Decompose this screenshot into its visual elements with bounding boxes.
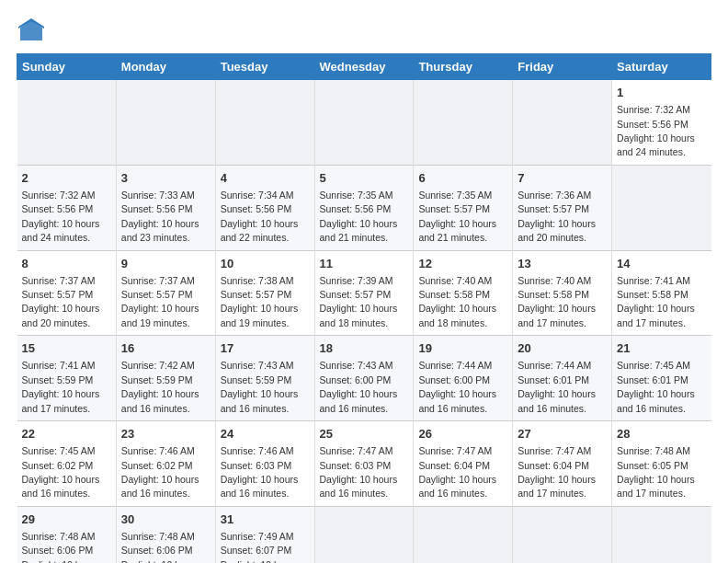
day-number: 1 xyxy=(617,85,706,101)
day-cell: 15Sunrise: 7:41 AM Sunset: 5:59 PM Dayli… xyxy=(17,336,117,421)
header-cell-wednesday: Wednesday xyxy=(314,54,414,80)
day-cell: 8Sunrise: 7:37 AM Sunset: 5:57 PM Daylig… xyxy=(17,250,117,336)
day-cell: 2Sunrise: 7:32 AM Sunset: 5:56 PM Daylig… xyxy=(17,165,117,250)
day-cell: 18Sunrise: 7:43 AM Sunset: 6:00 PM Dayli… xyxy=(314,336,414,421)
day-info: Sunrise: 7:35 AM Sunset: 5:56 PM Dayligh… xyxy=(320,190,398,243)
day-number: 24 xyxy=(221,426,310,442)
week-row-0: 1Sunrise: 7:32 AM Sunset: 5:56 PM Daylig… xyxy=(17,80,711,166)
day-info: Sunrise: 7:45 AM Sunset: 6:02 PM Dayligh… xyxy=(22,445,100,499)
day-info: Sunrise: 7:32 AM Sunset: 5:56 PM Dayligh… xyxy=(22,190,100,243)
day-cell: 26Sunrise: 7:47 AM Sunset: 6:04 PM Dayli… xyxy=(414,421,513,507)
day-info: Sunrise: 7:42 AM Sunset: 5:59 PM Dayligh… xyxy=(121,360,199,413)
day-cell: 29Sunrise: 7:48 AM Sunset: 6:06 PM Dayli… xyxy=(17,506,117,563)
day-cell xyxy=(414,506,513,563)
day-cell: 10Sunrise: 7:38 AM Sunset: 5:57 PM Dayli… xyxy=(215,250,314,336)
day-number: 26 xyxy=(418,426,507,442)
day-info: Sunrise: 7:47 AM Sunset: 6:04 PM Dayligh… xyxy=(518,445,596,499)
day-info: Sunrise: 7:41 AM Sunset: 5:59 PM Dayligh… xyxy=(22,360,100,413)
day-cell: 19Sunrise: 7:44 AM Sunset: 6:00 PM Dayli… xyxy=(414,336,513,421)
day-cell xyxy=(612,165,711,250)
day-number: 23 xyxy=(121,426,210,442)
day-info: Sunrise: 7:48 AM Sunset: 6:05 PM Dayligh… xyxy=(617,445,695,499)
day-info: Sunrise: 7:33 AM Sunset: 5:56 PM Dayligh… xyxy=(121,190,199,243)
day-cell: 23Sunrise: 7:46 AM Sunset: 6:02 PM Dayli… xyxy=(116,421,215,507)
day-number: 5 xyxy=(320,170,409,187)
day-number: 28 xyxy=(617,426,706,442)
day-number: 6 xyxy=(418,170,507,187)
header-cell-sunday: Sunday xyxy=(17,54,117,80)
day-cell: 4Sunrise: 7:34 AM Sunset: 5:56 PM Daylig… xyxy=(215,165,314,250)
day-cell: 9Sunrise: 7:37 AM Sunset: 5:57 PM Daylig… xyxy=(116,250,215,336)
day-cell: 17Sunrise: 7:43 AM Sunset: 5:59 PM Dayli… xyxy=(215,336,314,421)
day-info: Sunrise: 7:48 AM Sunset: 6:06 PM Dayligh… xyxy=(22,531,100,563)
header xyxy=(17,17,711,46)
day-number: 15 xyxy=(22,340,111,357)
day-info: Sunrise: 7:35 AM Sunset: 5:57 PM Dayligh… xyxy=(418,190,496,243)
day-cell xyxy=(414,80,513,166)
day-number: 3 xyxy=(121,170,210,187)
day-cell xyxy=(215,80,314,166)
day-cell: 6Sunrise: 7:35 AM Sunset: 5:57 PM Daylig… xyxy=(414,165,513,250)
day-cell xyxy=(513,506,612,563)
day-info: Sunrise: 7:43 AM Sunset: 5:59 PM Dayligh… xyxy=(221,360,299,413)
day-number: 8 xyxy=(22,256,111,272)
day-cell: 5Sunrise: 7:35 AM Sunset: 5:56 PM Daylig… xyxy=(314,165,414,250)
week-row-4: 22Sunrise: 7:45 AM Sunset: 6:02 PM Dayli… xyxy=(17,421,711,507)
day-number: 16 xyxy=(121,340,210,357)
day-info: Sunrise: 7:47 AM Sunset: 6:03 PM Dayligh… xyxy=(320,445,398,499)
header-cell-thursday: Thursday xyxy=(414,54,513,80)
day-number: 27 xyxy=(518,426,607,442)
day-cell: 7Sunrise: 7:36 AM Sunset: 5:57 PM Daylig… xyxy=(513,165,612,250)
day-info: Sunrise: 7:34 AM Sunset: 5:56 PM Dayligh… xyxy=(221,190,299,243)
day-cell: 13Sunrise: 7:40 AM Sunset: 5:58 PM Dayli… xyxy=(513,250,612,336)
day-number: 11 xyxy=(320,256,409,272)
logo xyxy=(17,17,50,46)
day-cell xyxy=(17,80,117,166)
day-cell xyxy=(116,80,215,166)
day-info: Sunrise: 7:40 AM Sunset: 5:58 PM Dayligh… xyxy=(518,275,596,328)
day-info: Sunrise: 7:46 AM Sunset: 6:03 PM Dayligh… xyxy=(221,445,299,499)
svg-marker-0 xyxy=(20,20,42,40)
day-number: 30 xyxy=(121,511,210,528)
day-cell: 24Sunrise: 7:46 AM Sunset: 6:03 PM Dayli… xyxy=(215,421,314,507)
day-info: Sunrise: 7:48 AM Sunset: 6:06 PM Dayligh… xyxy=(121,531,199,563)
week-row-1: 2Sunrise: 7:32 AM Sunset: 5:56 PM Daylig… xyxy=(17,165,711,250)
day-number: 18 xyxy=(320,340,409,357)
day-cell: 25Sunrise: 7:47 AM Sunset: 6:03 PM Dayli… xyxy=(314,421,414,507)
day-cell xyxy=(314,506,414,563)
day-number: 20 xyxy=(518,340,607,357)
day-number: 29 xyxy=(22,511,111,528)
day-number: 19 xyxy=(418,340,507,357)
day-info: Sunrise: 7:39 AM Sunset: 5:57 PM Dayligh… xyxy=(320,275,398,328)
day-number: 12 xyxy=(418,256,507,272)
header-cell-friday: Friday xyxy=(513,54,612,80)
day-number: 14 xyxy=(617,256,706,272)
day-info: Sunrise: 7:37 AM Sunset: 5:57 PM Dayligh… xyxy=(121,275,199,328)
day-cell: 20Sunrise: 7:44 AM Sunset: 6:01 PM Dayli… xyxy=(513,336,612,421)
day-info: Sunrise: 7:47 AM Sunset: 6:04 PM Dayligh… xyxy=(418,445,496,499)
day-cell xyxy=(513,80,612,166)
day-info: Sunrise: 7:40 AM Sunset: 5:58 PM Dayligh… xyxy=(418,275,496,328)
day-number: 9 xyxy=(121,256,210,272)
day-number: 17 xyxy=(221,340,310,357)
day-info: Sunrise: 7:38 AM Sunset: 5:57 PM Dayligh… xyxy=(221,275,299,328)
day-info: Sunrise: 7:44 AM Sunset: 6:00 PM Dayligh… xyxy=(418,360,496,413)
day-number: 7 xyxy=(518,170,607,187)
week-row-3: 15Sunrise: 7:41 AM Sunset: 5:59 PM Dayli… xyxy=(17,336,711,421)
day-number: 4 xyxy=(221,170,310,187)
day-cell xyxy=(314,80,414,166)
day-cell: 12Sunrise: 7:40 AM Sunset: 5:58 PM Dayli… xyxy=(414,250,513,336)
day-info: Sunrise: 7:37 AM Sunset: 5:57 PM Dayligh… xyxy=(22,275,100,328)
header-row: SundayMondayTuesdayWednesdayThursdayFrid… xyxy=(17,54,711,80)
day-cell xyxy=(612,506,711,563)
day-number: 10 xyxy=(221,256,310,272)
header-cell-saturday: Saturday xyxy=(612,54,711,80)
day-cell: 1Sunrise: 7:32 AM Sunset: 5:56 PM Daylig… xyxy=(612,80,711,166)
day-cell: 3Sunrise: 7:33 AM Sunset: 5:56 PM Daylig… xyxy=(116,165,215,250)
day-info: Sunrise: 7:32 AM Sunset: 5:56 PM Dayligh… xyxy=(617,104,695,157)
header-cell-tuesday: Tuesday xyxy=(215,54,314,80)
day-number: 22 xyxy=(22,426,111,442)
day-info: Sunrise: 7:36 AM Sunset: 5:57 PM Dayligh… xyxy=(518,190,596,243)
calendar-table: SundayMondayTuesdayWednesdayThursdayFrid… xyxy=(17,53,711,563)
day-cell: 21Sunrise: 7:45 AM Sunset: 6:01 PM Dayli… xyxy=(612,336,711,421)
